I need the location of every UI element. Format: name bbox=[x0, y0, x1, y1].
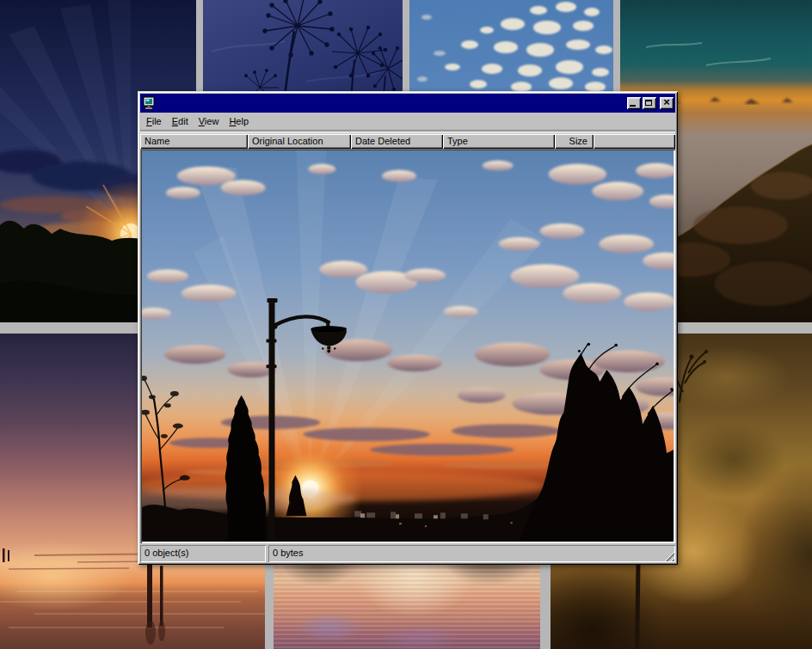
menu-help[interactable]: Help bbox=[224, 114, 254, 128]
menu-file[interactable]: File bbox=[141, 114, 167, 128]
content-photo-sunset-lamppost bbox=[142, 150, 674, 542]
status-size: 0 bytes bbox=[268, 545, 675, 562]
resize-grip[interactable] bbox=[663, 550, 674, 561]
window-controls bbox=[627, 97, 674, 109]
column-header-date-deleted[interactable]: Date Deleted bbox=[351, 134, 443, 149]
column-header-size[interactable]: Size bbox=[555, 134, 594, 149]
minimize-button[interactable] bbox=[627, 97, 641, 109]
window-titlebar[interactable] bbox=[140, 94, 675, 113]
menu-separator bbox=[140, 130, 675, 133]
status-bar: 0 object(s) 0 bytes bbox=[140, 545, 675, 562]
menu-bar: File Edit View Help bbox=[140, 113, 675, 130]
column-header-type[interactable]: Type bbox=[443, 134, 555, 149]
recycle-bin-window: File Edit View Help Name Original Locati… bbox=[138, 91, 678, 565]
computer-icon bbox=[142, 96, 156, 110]
maximize-button[interactable] bbox=[643, 97, 656, 109]
status-size-label: 0 bytes bbox=[273, 548, 303, 558]
column-header-name[interactable]: Name bbox=[140, 134, 248, 149]
menu-edit[interactable]: Edit bbox=[167, 114, 194, 128]
file-list-viewport[interactable] bbox=[140, 149, 675, 543]
column-header-filler bbox=[594, 134, 675, 149]
menu-view[interactable]: View bbox=[194, 114, 225, 128]
desktop: { "window": { "title": "", "titlebar_ico… bbox=[0, 0, 812, 649]
close-button[interactable] bbox=[660, 97, 674, 109]
column-header-original-location[interactable]: Original Location bbox=[248, 134, 351, 149]
list-column-headers: Name Original Location Date Deleted Type… bbox=[140, 134, 675, 149]
status-object-count: 0 object(s) bbox=[140, 545, 266, 562]
